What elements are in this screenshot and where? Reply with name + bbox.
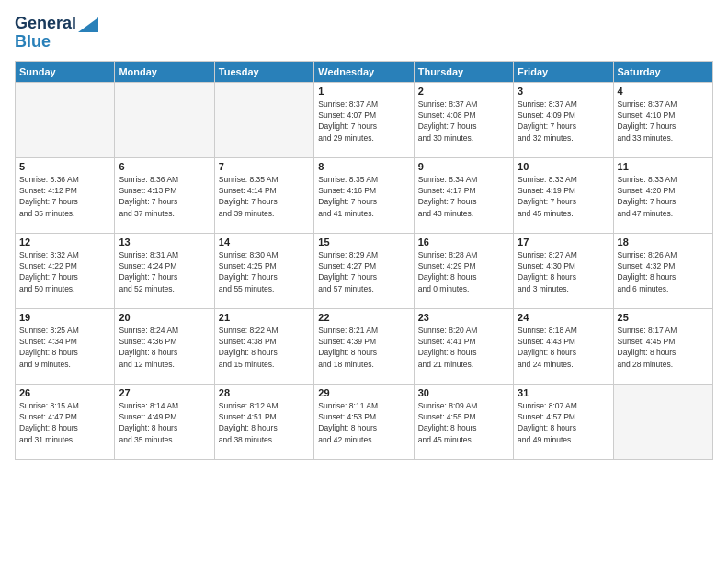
calendar-table: SundayMondayTuesdayWednesdayThursdayFrid… <box>15 61 713 460</box>
weekday-header-sunday: Sunday <box>16 61 115 82</box>
day-number: 4 <box>618 86 709 97</box>
day-number: 16 <box>418 236 509 247</box>
day-info: Sunrise: 8:24 AM Sunset: 4:36 PM Dayligh… <box>119 325 210 370</box>
calendar-cell: 1Sunrise: 8:37 AM Sunset: 4:07 PM Daylig… <box>314 82 414 157</box>
logo-general: General <box>15 15 76 33</box>
day-info: Sunrise: 8:32 AM Sunset: 4:22 PM Dayligh… <box>19 249 110 294</box>
day-info: Sunrise: 8:35 AM Sunset: 4:16 PM Dayligh… <box>318 174 409 219</box>
weekday-header-friday: Friday <box>514 61 613 82</box>
day-number: 8 <box>318 161 409 172</box>
calendar-cell: 24Sunrise: 8:18 AM Sunset: 4:43 PM Dayli… <box>514 308 613 384</box>
day-info: Sunrise: 8:20 AM Sunset: 4:41 PM Dayligh… <box>418 325 509 370</box>
weekday-header-tuesday: Tuesday <box>214 61 313 82</box>
logo-arrow-icon <box>78 17 98 32</box>
day-number: 21 <box>219 312 310 323</box>
day-info: Sunrise: 8:14 AM Sunset: 4:49 PM Dayligh… <box>119 400 210 445</box>
day-number: 29 <box>318 387 409 398</box>
day-number: 15 <box>318 236 409 247</box>
day-info: Sunrise: 8:36 AM Sunset: 4:13 PM Dayligh… <box>119 174 210 219</box>
day-info: Sunrise: 8:26 AM Sunset: 4:32 PM Dayligh… <box>618 249 709 294</box>
calendar-cell <box>214 82 313 157</box>
day-info: Sunrise: 8:37 AM Sunset: 4:10 PM Dayligh… <box>618 98 709 144</box>
day-number: 5 <box>19 161 110 172</box>
calendar-cell: 6Sunrise: 8:36 AM Sunset: 4:13 PM Daylig… <box>115 157 214 233</box>
day-number: 3 <box>518 86 609 97</box>
day-number: 14 <box>219 236 310 247</box>
calendar-cell <box>115 82 214 157</box>
day-info: Sunrise: 8:33 AM Sunset: 4:20 PM Dayligh… <box>618 174 709 219</box>
calendar-cell: 18Sunrise: 8:26 AM Sunset: 4:32 PM Dayli… <box>613 233 712 308</box>
day-info: Sunrise: 8:22 AM Sunset: 4:38 PM Dayligh… <box>219 325 310 370</box>
calendar-cell: 29Sunrise: 8:11 AM Sunset: 4:53 PM Dayli… <box>314 384 414 459</box>
day-number: 1 <box>318 86 409 97</box>
page: General Blue SundayMondayTuesdayWednesda… <box>0 0 728 563</box>
day-info: Sunrise: 8:18 AM Sunset: 4:43 PM Dayligh… <box>518 325 609 370</box>
calendar-cell: 4Sunrise: 8:37 AM Sunset: 4:10 PM Daylig… <box>613 82 712 157</box>
logo-blue: Blue <box>15 33 51 52</box>
calendar-week-row: 26Sunrise: 8:15 AM Sunset: 4:47 PM Dayli… <box>16 384 713 459</box>
calendar-cell: 13Sunrise: 8:31 AM Sunset: 4:24 PM Dayli… <box>115 233 214 308</box>
day-info: Sunrise: 8:31 AM Sunset: 4:24 PM Dayligh… <box>119 249 210 294</box>
svg-marker-0 <box>78 17 98 32</box>
day-info: Sunrise: 8:07 AM Sunset: 4:57 PM Dayligh… <box>518 400 609 445</box>
day-number: 30 <box>418 387 509 398</box>
calendar-cell: 2Sunrise: 8:37 AM Sunset: 4:08 PM Daylig… <box>414 82 513 157</box>
weekday-header-wednesday: Wednesday <box>314 61 414 82</box>
day-number: 28 <box>219 387 310 398</box>
day-info: Sunrise: 8:15 AM Sunset: 4:47 PM Dayligh… <box>19 400 110 445</box>
calendar-cell: 12Sunrise: 8:32 AM Sunset: 4:22 PM Dayli… <box>16 233 115 308</box>
calendar-cell: 27Sunrise: 8:14 AM Sunset: 4:49 PM Dayli… <box>115 384 214 459</box>
calendar-cell: 10Sunrise: 8:33 AM Sunset: 4:19 PM Dayli… <box>514 157 613 233</box>
calendar-cell: 5Sunrise: 8:36 AM Sunset: 4:12 PM Daylig… <box>16 157 115 233</box>
day-number: 11 <box>618 161 709 172</box>
day-number: 23 <box>418 312 509 323</box>
calendar-week-row: 12Sunrise: 8:32 AM Sunset: 4:22 PM Dayli… <box>16 233 713 308</box>
day-info: Sunrise: 8:34 AM Sunset: 4:17 PM Dayligh… <box>418 174 509 219</box>
calendar-cell: 17Sunrise: 8:27 AM Sunset: 4:30 PM Dayli… <box>514 233 613 308</box>
day-info: Sunrise: 8:17 AM Sunset: 4:45 PM Dayligh… <box>618 325 709 370</box>
day-info: Sunrise: 8:36 AM Sunset: 4:12 PM Dayligh… <box>19 174 110 219</box>
day-number: 24 <box>518 312 609 323</box>
day-number: 13 <box>119 236 210 247</box>
day-info: Sunrise: 8:21 AM Sunset: 4:39 PM Dayligh… <box>318 325 409 370</box>
calendar-cell: 28Sunrise: 8:12 AM Sunset: 4:51 PM Dayli… <box>214 384 313 459</box>
day-number: 12 <box>19 236 110 247</box>
calendar-cell <box>613 384 712 459</box>
calendar-cell: 23Sunrise: 8:20 AM Sunset: 4:41 PM Dayli… <box>414 308 513 384</box>
calendar-cell <box>16 82 115 157</box>
weekday-header-thursday: Thursday <box>414 61 513 82</box>
calendar-week-row: 19Sunrise: 8:25 AM Sunset: 4:34 PM Dayli… <box>16 308 713 384</box>
day-number: 2 <box>418 86 509 97</box>
calendar-cell: 22Sunrise: 8:21 AM Sunset: 4:39 PM Dayli… <box>314 308 414 384</box>
day-info: Sunrise: 8:37 AM Sunset: 4:08 PM Dayligh… <box>418 98 509 144</box>
day-info: Sunrise: 8:29 AM Sunset: 4:27 PM Dayligh… <box>318 249 409 294</box>
day-number: 19 <box>19 312 110 323</box>
day-number: 7 <box>219 161 310 172</box>
day-number: 31 <box>518 387 609 398</box>
day-number: 18 <box>618 236 709 247</box>
header: General Blue <box>15 15 713 52</box>
day-info: Sunrise: 8:11 AM Sunset: 4:53 PM Dayligh… <box>318 400 409 445</box>
day-info: Sunrise: 8:30 AM Sunset: 4:25 PM Dayligh… <box>219 249 310 294</box>
day-info: Sunrise: 8:37 AM Sunset: 4:07 PM Dayligh… <box>318 98 409 144</box>
day-info: Sunrise: 8:12 AM Sunset: 4:51 PM Dayligh… <box>219 400 310 445</box>
calendar-cell: 9Sunrise: 8:34 AM Sunset: 4:17 PM Daylig… <box>414 157 513 233</box>
calendar-cell: 25Sunrise: 8:17 AM Sunset: 4:45 PM Dayli… <box>613 308 712 384</box>
calendar-cell: 31Sunrise: 8:07 AM Sunset: 4:57 PM Dayli… <box>514 384 613 459</box>
weekday-header-monday: Monday <box>115 61 214 82</box>
logo: General Blue <box>15 15 98 52</box>
calendar-cell: 7Sunrise: 8:35 AM Sunset: 4:14 PM Daylig… <box>214 157 313 233</box>
calendar-cell: 26Sunrise: 8:15 AM Sunset: 4:47 PM Dayli… <box>16 384 115 459</box>
calendar-cell: 19Sunrise: 8:25 AM Sunset: 4:34 PM Dayli… <box>16 308 115 384</box>
calendar-week-row: 5Sunrise: 8:36 AM Sunset: 4:12 PM Daylig… <box>16 157 713 233</box>
day-number: 22 <box>318 312 409 323</box>
day-info: Sunrise: 8:33 AM Sunset: 4:19 PM Dayligh… <box>518 174 609 219</box>
calendar-cell: 3Sunrise: 8:37 AM Sunset: 4:09 PM Daylig… <box>514 82 613 157</box>
day-number: 6 <box>119 161 210 172</box>
day-info: Sunrise: 8:09 AM Sunset: 4:55 PM Dayligh… <box>418 400 509 445</box>
day-number: 20 <box>119 312 210 323</box>
calendar-week-row: 1Sunrise: 8:37 AM Sunset: 4:07 PM Daylig… <box>16 82 713 157</box>
calendar-cell: 11Sunrise: 8:33 AM Sunset: 4:20 PM Dayli… <box>613 157 712 233</box>
calendar-cell: 21Sunrise: 8:22 AM Sunset: 4:38 PM Dayli… <box>214 308 313 384</box>
weekday-header-row: SundayMondayTuesdayWednesdayThursdayFrid… <box>16 61 713 82</box>
